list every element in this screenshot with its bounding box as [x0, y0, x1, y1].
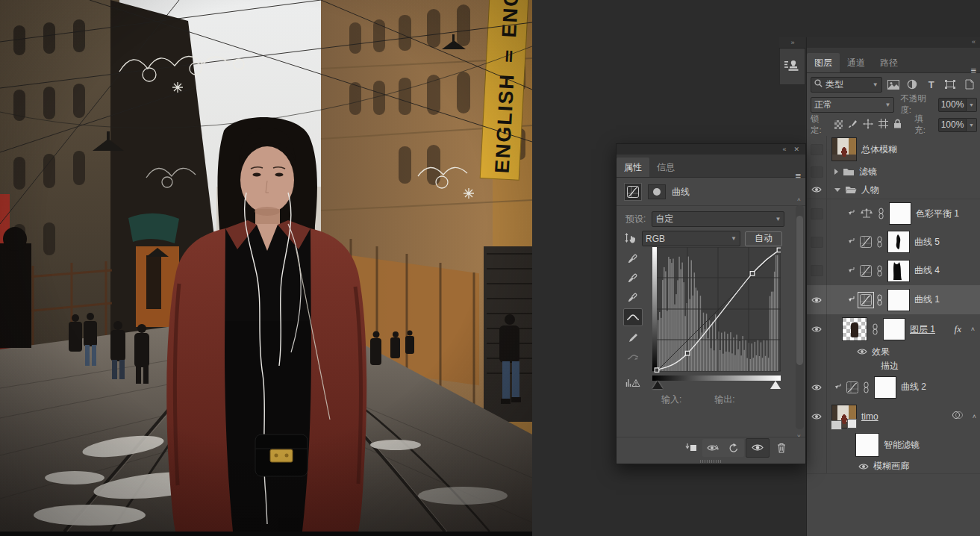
layer-row[interactable]: 色彩平衡 1	[807, 199, 980, 228]
smart-object-thumbnail[interactable]	[831, 405, 857, 429]
lock-artboard-icon[interactable]	[878, 119, 888, 131]
filter-type-dropdown[interactable]: 类型 ▼	[811, 77, 882, 93]
smooth-curve-icon[interactable]	[624, 349, 642, 365]
lock-label: 锁定:	[811, 113, 829, 136]
visibility-toggle[interactable]	[807, 228, 827, 256]
delete-adjustment-button[interactable]	[771, 439, 792, 457]
layer-group-row[interactable]: 人物	[807, 181, 980, 199]
eye-off-box	[811, 265, 823, 276]
scroll-up-icon[interactable]: ˄	[797, 196, 801, 203]
lock-pixels-icon[interactable]	[848, 119, 858, 131]
layer-row[interactable]: 曲线 4	[807, 256, 980, 286]
visibility-toggle[interactable]	[807, 136, 827, 163]
panel-resize-grip[interactable]	[700, 460, 722, 463]
black-point-slider[interactable]	[652, 381, 663, 389]
visibility-button[interactable]	[746, 438, 770, 458]
collapse-arrow-icon[interactable]	[834, 169, 838, 175]
layer-row[interactable]: timo ˄	[807, 402, 980, 431]
layer-row[interactable]: 曲线 5	[807, 228, 980, 257]
tab-info[interactable]: 信息	[649, 158, 682, 177]
collapse-filters-icon[interactable]: ˄	[973, 413, 976, 420]
panel-scrollbar[interactable]: ˄ ˅	[796, 205, 804, 429]
visibility-toggle[interactable]	[807, 373, 827, 402]
stroke-effect-row[interactable]: 描边	[807, 359, 980, 373]
visibility-toggle[interactable]	[807, 199, 827, 228]
eye-icon	[811, 384, 822, 391]
view-previous-state-button[interactable]	[702, 439, 723, 457]
edit-points-tool-icon[interactable]	[623, 308, 643, 326]
tab-channels[interactable]: 通道	[840, 53, 873, 72]
smart-filters-row[interactable]: 智能滤镜	[807, 431, 980, 460]
curves-adjustment-icon	[860, 294, 872, 306]
visibility-toggle[interactable]	[807, 181, 827, 199]
expand-arrow-icon[interactable]	[834, 188, 840, 192]
layer-mask-thumbnail[interactable]	[887, 231, 910, 253]
layer-group-row[interactable]: 滤镜	[807, 163, 980, 181]
visibility-toggle[interactable]	[807, 256, 827, 285]
link-mask-icon	[876, 236, 883, 248]
layer-thumbnail[interactable]	[831, 137, 857, 161]
layer-mask-thumbnail[interactable]	[887, 260, 910, 282]
tab-paths[interactable]: 路径	[873, 53, 905, 72]
smart-filter-icon[interactable]	[952, 411, 963, 422]
tab-properties[interactable]: 属性	[617, 158, 649, 177]
effects-row[interactable]: 效果	[807, 344, 980, 359]
reset-button[interactable]	[723, 439, 744, 457]
lock-position-icon[interactable]	[863, 119, 873, 131]
layer-comps-panel-button[interactable]	[779, 49, 805, 85]
channel-dropdown[interactable]: RGB▼	[642, 231, 740, 246]
gray-point-eyedropper-icon[interactable]	[624, 269, 642, 286]
curve-editor[interactable]	[652, 247, 781, 390]
targeted-adjustment-icon[interactable]	[624, 231, 637, 246]
clipping-warning-icon[interactable]	[624, 374, 642, 390]
eye-icon[interactable]	[858, 463, 869, 470]
blend-mode-dropdown[interactable]: 正常▼	[811, 97, 894, 113]
eye-icon[interactable]	[857, 348, 867, 355]
layer-row-selected[interactable]: 曲线 1	[807, 285, 980, 315]
filter-shape-layers-icon[interactable]	[943, 80, 958, 89]
clip-to-layer-button[interactable]	[681, 439, 701, 457]
lock-all-icon[interactable]	[893, 119, 902, 131]
preset-dropdown[interactable]: 自定▼	[652, 211, 784, 227]
fill-field[interactable]: 100%▼	[938, 118, 977, 132]
visibility-toggle[interactable]	[807, 402, 827, 431]
visibility-toggle[interactable]	[807, 285, 827, 314]
filter-type-layers-icon[interactable]: T	[924, 79, 939, 90]
layer-row[interactable]: 总体模糊	[807, 136, 980, 163]
white-point-eyedropper-icon[interactable]	[624, 289, 642, 305]
layer-mask-thumbnail[interactable]	[887, 289, 910, 311]
auto-button[interactable]: 自动	[745, 231, 782, 246]
mask-header-icon[interactable]	[648, 184, 666, 199]
layer-row[interactable]: 图层 1 fx ˄	[807, 314, 980, 345]
layer-mask-thumbnail[interactable]	[874, 376, 896, 399]
layer-thumbnail[interactable]	[842, 317, 867, 341]
curves-adjustment-icon	[860, 236, 872, 248]
filter-pixel-layers-icon[interactable]	[886, 80, 901, 90]
opacity-field[interactable]: 100%▼	[938, 98, 977, 112]
visibility-toggle[interactable]	[807, 314, 827, 344]
black-point-eyedropper-icon[interactable]	[624, 250, 642, 267]
close-panel-button[interactable]: ✕	[793, 146, 799, 153]
white-point-slider[interactable]	[770, 381, 781, 389]
tab-layers[interactable]: 图层	[807, 53, 840, 72]
filter-adjustment-layers-icon[interactable]	[905, 79, 920, 90]
filter-mask-thumbnail[interactable]	[855, 433, 879, 457]
lock-transparency-icon[interactable]	[834, 120, 843, 129]
panel-menu-icon[interactable]: ≡	[795, 170, 801, 181]
visibility-toggle[interactable]	[807, 163, 827, 181]
layer-mask-thumbnail[interactable]	[889, 202, 911, 225]
layer-row[interactable]: 曲线 2	[807, 373, 980, 402]
document-canvas[interactable]: ENGLISH ＝ ENG	[0, 0, 532, 536]
filter-smart-objects-icon[interactable]	[962, 79, 977, 90]
curve-tools	[622, 250, 643, 390]
blur-gallery-row[interactable]: 模糊画廊	[807, 459, 980, 474]
layer-mask-thumbnail[interactable]	[883, 318, 905, 340]
draw-curve-pencil-icon[interactable]	[624, 329, 642, 346]
fx-badge[interactable]: fx	[955, 323, 961, 335]
collapse-effects-icon[interactable]: ˄	[971, 325, 975, 333]
link-mask-icon	[863, 381, 870, 393]
collapse-panel-button[interactable]: «	[782, 146, 786, 153]
panel-menu-icon[interactable]: ≡	[970, 65, 976, 76]
collapse-dock-button[interactable]: «	[972, 38, 975, 46]
expand-dock-button[interactable]: »	[779, 37, 805, 49]
